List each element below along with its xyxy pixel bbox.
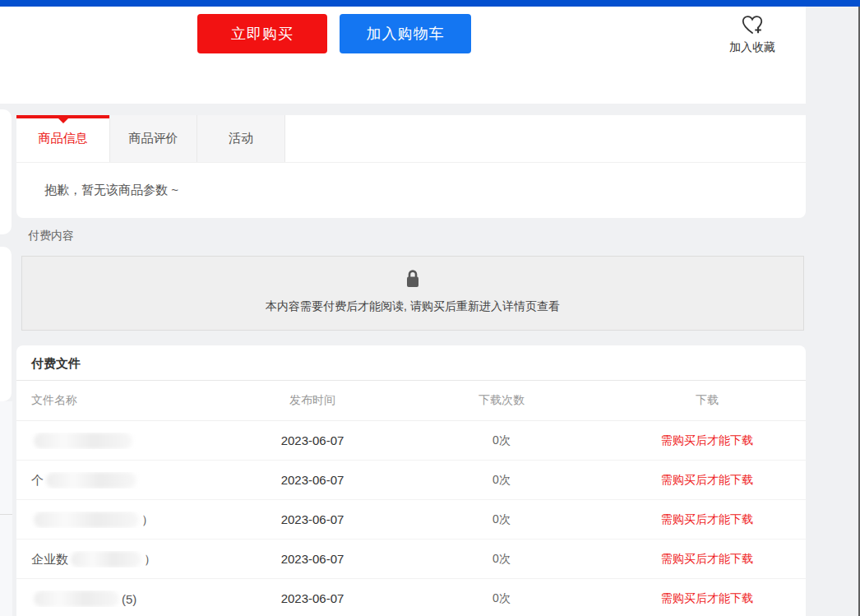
tab-product-reviews[interactable]: 商品评价	[109, 115, 197, 162]
tab-product-info[interactable]: 商品信息	[16, 115, 109, 162]
favorites-label: 加入收藏	[729, 40, 775, 53]
col-header-file-name: 文件名称	[16, 393, 230, 408]
redacted-file-name	[34, 591, 119, 607]
table-row: 个 2023-06-07 0次 需购买后才能下载	[16, 461, 806, 500]
publish-date: 2023-06-07	[230, 433, 395, 447]
heart-plus-icon	[740, 13, 765, 38]
col-header-download-count: 下载次数	[395, 393, 608, 408]
col-header-download: 下载	[608, 393, 806, 408]
top-accent-bar	[0, 0, 860, 7]
file-name-cell	[16, 433, 230, 449]
file-name-cell: ）	[16, 512, 230, 528]
background-side-strip	[0, 247, 12, 401]
product-action-header: 立即购买 加入购物车 加入收藏	[0, 7, 806, 104]
download-count: 0次	[395, 433, 608, 448]
publish-date: 2023-06-07	[230, 473, 395, 487]
tab-activities[interactable]: 活动	[197, 115, 285, 162]
download-link[interactable]: 需购买后才能下载	[608, 552, 806, 567]
download-count: 0次	[395, 473, 608, 488]
publish-date: 2023-06-07	[230, 591, 395, 605]
download-link[interactable]: 需购买后才能下载	[608, 591, 806, 606]
table-row: ） 2023-06-07 0次 需购买后才能下载	[16, 500, 806, 540]
no-params-panel: 抱歉，暂无该商品参数 ~	[16, 162, 806, 218]
detail-tab-bar: 商品信息 商品评价 活动	[16, 115, 806, 162]
table-row: 2023-06-07 0次 需购买后才能下载	[16, 421, 806, 461]
redacted-file-name	[46, 472, 136, 489]
publish-date: 2023-06-07	[230, 512, 395, 526]
file-name-cell: (5)	[16, 591, 230, 607]
files-table-header: 文件名称 发布时间 下载次数 下载	[16, 380, 806, 421]
background-side-strip	[0, 109, 12, 234]
redacted-file-name	[34, 433, 132, 449]
download-count: 0次	[395, 591, 608, 606]
file-name-cell: 个	[16, 472, 230, 489]
add-to-favorites-button[interactable]: 加入收藏	[703, 13, 802, 55]
table-row: (5) 2023-06-07 0次 需购买后才能下载	[16, 579, 806, 616]
paid-files-panel: 付费文件 文件名称 发布时间 下载次数 下载 2023-06-07 0次 需购买…	[16, 345, 806, 616]
publish-date: 2023-06-07	[230, 552, 395, 566]
lock-icon	[403, 268, 423, 293]
add-to-cart-button[interactable]: 加入购物车	[340, 14, 471, 53]
download-link[interactable]: 需购买后才能下载	[608, 473, 806, 488]
download-link[interactable]: 需购买后才能下载	[608, 512, 806, 527]
paid-files-section-title: 付费文件	[16, 345, 806, 380]
col-header-publish-date: 发布时间	[230, 393, 395, 408]
buy-now-button[interactable]: 立即购买	[197, 14, 327, 53]
background-side-strip	[0, 401, 12, 616]
paid-content-section-title: 付费内容	[28, 229, 74, 243]
redacted-file-name	[34, 512, 139, 528]
download-link[interactable]: 需购买后才能下载	[608, 433, 806, 448]
download-count: 0次	[395, 552, 608, 567]
lock-message: 本内容需要付费后才能阅读, 请购买后重新进入详情页查看	[22, 299, 803, 314]
locked-content-box: 本内容需要付费后才能阅读, 请购买后重新进入详情页查看	[21, 256, 804, 331]
no-params-message: 抱歉，暂无该商品参数 ~	[44, 183, 178, 198]
table-row: 企业数） 2023-06-07 0次 需购买后才能下载	[16, 540, 806, 579]
download-count: 0次	[395, 512, 608, 527]
redacted-file-name	[71, 551, 141, 567]
file-name-cell: 企业数）	[16, 551, 230, 567]
